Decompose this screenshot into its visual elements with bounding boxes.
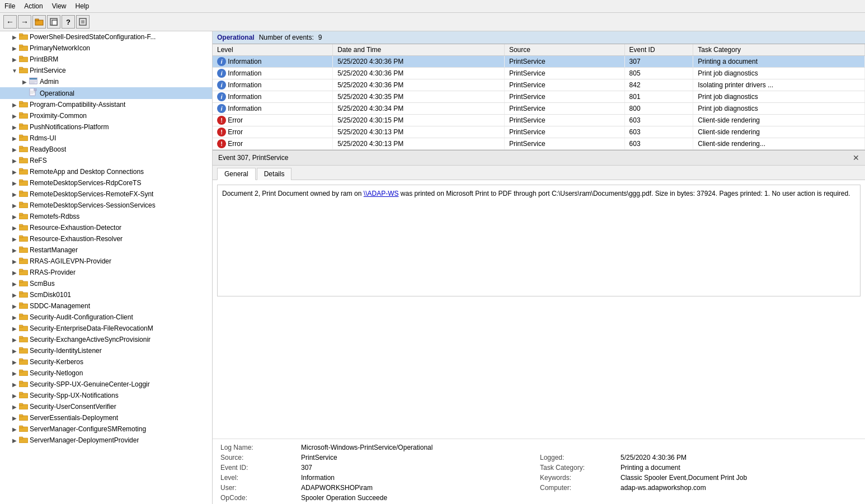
tab-details[interactable]: Details [257,168,292,180]
tree-toggle-refs[interactable]: ▶ [10,158,19,164]
tree-item-readyboost[interactable]: ▶ReadyBoost [0,144,212,155]
tree-item-primarynetworkicon[interactable]: ▶PrimaryNetworkIcon [0,43,212,54]
tree-toggle-readyboost[interactable]: ▶ [10,147,19,153]
tree-toggle-rdms-ui[interactable]: ▶ [10,135,19,142]
tree-toggle-proximity-common[interactable]: ▶ [10,113,19,119]
tree-item-resource-exhaustion-d[interactable]: ▶Resource-Exhaustion-Detector [0,222,212,233]
tree-item-powershell[interactable]: ▶PowerShell-DesiredStateConfiguration-F.… [0,31,212,43]
tree-toggle-admin[interactable]: ▶ [20,79,29,85]
tree-item-security-spp-ux-notif[interactable]: ▶Security-Spp-UX-Notifications [0,390,212,401]
tree-item-scmdisk[interactable]: ▶ScmDisk0101 [0,289,212,300]
tree-toggle-rras-agile[interactable]: ▶ [10,258,19,265]
menu-help[interactable]: Help [71,1,94,11]
tree-toggle-security-exchange[interactable]: ▶ [10,337,19,343]
tree-item-rras-provider[interactable]: ▶RRAS-Provider [0,267,212,278]
tree-item-remotefx[interactable]: ▶RemoteDesktopServices-RemoteFX-Synt [0,189,212,200]
tree-item-security-identity[interactable]: ▶Security-IdentityListener [0,345,212,356]
tree-toggle-primarynetworkicon[interactable]: ▶ [10,45,19,51]
tree-toggle-scmdisk[interactable]: ▶ [10,292,19,298]
tree-item-servermanager-deploy[interactable]: ▶ServerManager-DeploymentProvider [0,435,212,446]
tree-item-proximity-common[interactable]: ▶Proximity-Common [0,110,212,121]
tree-toggle-security-audit[interactable]: ▶ [10,314,19,321]
tree-item-security-exchange[interactable]: ▶Security-ExchangeActiveSyncProvisionir [0,334,212,345]
back-button[interactable]: ← [3,15,17,29]
menu-file[interactable]: File [0,1,20,11]
tree-toggle-serveressentials[interactable]: ▶ [10,415,19,421]
col-level[interactable]: Level [213,44,333,56]
tree-item-program-compat[interactable]: ▶Program-Compatibility-Assistant [0,99,212,110]
adap-ws-link[interactable]: \\ADAP-WS [364,190,399,197]
tree-toggle-pushnotifications[interactable]: ▶ [10,124,19,130]
tree-toggle-remotefx[interactable]: ▶ [10,191,19,197]
tree-item-admin[interactable]: ▶Admin [0,76,212,87]
table-row[interactable]: ! Error5/25/2020 4:30:13 PMPrintService6… [213,126,865,138]
table-row[interactable]: i Information5/25/2020 4:30:36 PMPrintSe… [213,79,865,91]
tree-toggle-security-spp-ux-genuine[interactable]: ▶ [10,381,19,388]
open-button[interactable] [32,15,46,29]
tree-toggle-rras-provider[interactable]: ▶ [10,270,19,276]
tree-item-scmbus[interactable]: ▶ScmBus [0,278,212,289]
tree-item-servermanager-configure[interactable]: ▶ServerManager-ConfigureSMRemoting [0,423,212,435]
tree-item-sddc[interactable]: ▶SDDC-Management [0,300,212,312]
tree-item-operational[interactable]: Operational [0,87,212,99]
tree-toggle-remoteapp[interactable]: ▶ [10,169,19,175]
tree-toggle-rdpcoretes[interactable]: ▶ [10,180,19,186]
tree-toggle-security-netlogon[interactable]: ▶ [10,370,19,376]
table-row[interactable]: i Information5/25/2020 4:30:36 PMPrintSe… [213,56,865,68]
tree-item-pushnotifications[interactable]: ▶PushNotifications-Platform [0,121,212,133]
tree-item-rras-agile[interactable]: ▶RRAS-AGILEVPN-Provider [0,256,212,267]
new-window-button[interactable] [47,15,60,29]
tree-toggle-printbrm[interactable]: ▶ [10,56,19,63]
tree-item-security-spp-ux-genuine[interactable]: ▶Security-SPP-UX-GenuineCenter-Loggir [0,379,212,390]
tree-item-printservice[interactable]: ▼PrintService [0,65,212,76]
event-detail-close-button[interactable]: ✕ [853,153,859,162]
menu-view[interactable]: View [48,1,71,11]
tree-toggle-restartmanager[interactable]: ▶ [10,247,19,253]
tree-toggle-sessionsvc[interactable]: ▶ [10,202,19,209]
tree-toggle-security-identity[interactable]: ▶ [10,348,19,354]
col-datetime[interactable]: Date and Time [333,44,505,56]
tree-item-sessionsvc[interactable]: ▶RemoteDesktopServices-SessionServices [0,200,212,211]
tree-item-security-userconsent[interactable]: ▶Security-UserConsentVerifier [0,401,212,412]
table-row[interactable]: i Information5/25/2020 4:30:34 PMPrintSe… [213,103,865,115]
tree-toggle-resource-exhaustion-d[interactable]: ▶ [10,225,19,231]
tree-item-security-kerberos[interactable]: ▶Security-Kerberos [0,356,212,368]
tree-item-restartmanager[interactable]: ▶RestartManager [0,244,212,256]
tab-general[interactable]: General [217,168,256,180]
help-button[interactable]: ? [62,15,75,29]
table-row[interactable]: i Information5/25/2020 4:30:35 PMPrintSe… [213,91,865,103]
tree-toggle-sddc[interactable]: ▶ [10,303,19,309]
tree-toggle-resource-exhaustion-r[interactable]: ▶ [10,236,19,242]
tree-item-remotefs[interactable]: ▶Remotefs-Rdbss [0,211,212,222]
tree-toggle-scmbus[interactable]: ▶ [10,281,19,287]
tree-toggle-security-userconsent[interactable]: ▶ [10,404,19,410]
table-row[interactable]: ! Error5/25/2020 4:30:13 PMPrintService6… [213,138,865,150]
forward-button[interactable]: → [18,15,31,29]
tree-item-resource-exhaustion-r[interactable]: ▶Resource-Exhaustion-Resolver [0,233,212,244]
tree-item-serveressentials[interactable]: ▶ServerEssentials-Deployment [0,412,212,423]
tree-toggle-security-spp-ux-notif[interactable]: ▶ [10,393,19,399]
tree-toggle-servermanager-deploy[interactable]: ▶ [10,437,19,444]
col-source[interactable]: Source [504,44,624,56]
event-table-container[interactable]: Level Date and Time Source Event ID Task… [213,44,865,150]
tree-item-rdpcoretes[interactable]: ▶RemoteDesktopServices-RdpCoreTS [0,177,212,189]
tree-toggle-remotefs[interactable]: ▶ [10,214,19,220]
properties-button[interactable] [76,15,90,29]
tree-item-rdms-ui[interactable]: ▶Rdms-UI [0,133,212,144]
tree-item-security-enterprise[interactable]: ▶Security-EnterpriseData-FileRevocationM [0,323,212,334]
menu-action[interactable]: Action [20,1,47,11]
tree-item-security-netlogon[interactable]: ▶Security-Netlogon [0,368,212,379]
tree-toggle-program-compat[interactable]: ▶ [10,102,19,108]
tree-item-printbrm[interactable]: ▶PrintBRM [0,54,212,65]
tree-item-remoteapp[interactable]: ▶RemoteApp and Desktop Connections [0,166,212,177]
col-task[interactable]: Task Category [693,44,865,56]
tree-toggle-printservice[interactable]: ▼ [10,68,19,74]
tree-item-security-audit[interactable]: ▶Security-Audit-Configuration-Client [0,312,212,323]
tree-toggle-security-kerberos[interactable]: ▶ [10,359,19,365]
tree-toggle-security-enterprise[interactable]: ▶ [10,326,19,332]
table-row[interactable]: ! Error5/25/2020 4:30:15 PMPrintService6… [213,115,865,126]
tree-toggle-powershell[interactable]: ▶ [10,34,19,40]
tree-item-refs[interactable]: ▶ReFS [0,155,212,166]
tree-toggle-servermanager-configure[interactable]: ▶ [10,426,19,432]
table-row[interactable]: i Information5/25/2020 4:30:36 PMPrintSe… [213,68,865,79]
